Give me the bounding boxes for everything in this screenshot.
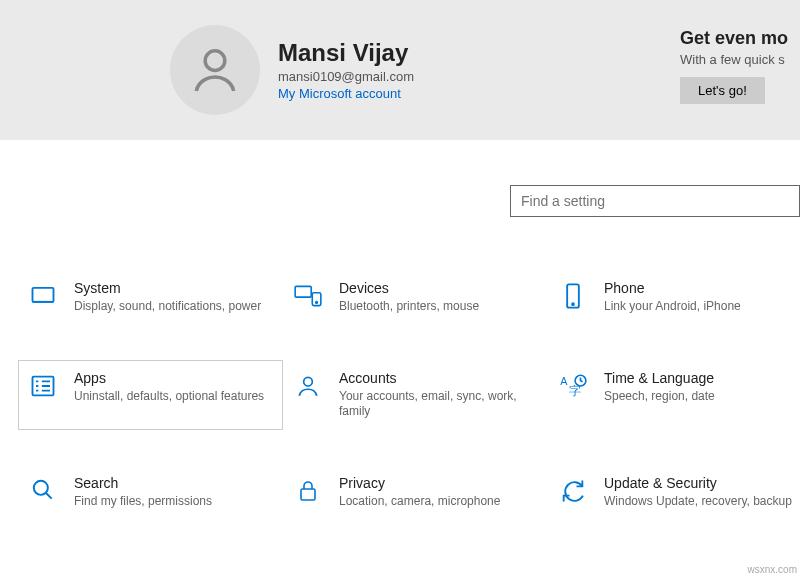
promo-area: Get even mo With a few quick s Let's go! (680, 28, 800, 104)
svg-text:A: A (560, 375, 568, 387)
tile-search[interactable]: Search Find my files, permissions (18, 465, 283, 520)
tile-title: Search (74, 475, 212, 491)
system-icon (26, 280, 60, 310)
tile-title: Accounts (339, 370, 530, 386)
avatar (170, 25, 260, 115)
tile-desc: Your accounts, email, sync, work, family (339, 389, 530, 420)
profile-name: Mansi Vijay (278, 39, 414, 67)
tile-apps[interactable]: Apps Uninstall, defaults, optional featu… (18, 360, 283, 430)
tile-desc: Windows Update, recovery, backup (604, 494, 792, 510)
tile-desc: Uninstall, defaults, optional features (74, 389, 264, 405)
phone-icon (556, 280, 590, 310)
search-input[interactable] (510, 185, 800, 217)
apps-icon (26, 370, 60, 400)
tile-devices[interactable]: Devices Bluetooth, printers, mouse (283, 270, 548, 325)
svg-point-12 (34, 481, 48, 495)
tile-title: System (74, 280, 261, 296)
tile-desc: Location, camera, microphone (339, 494, 500, 510)
promo-title: Get even mo (680, 28, 800, 49)
tile-phone[interactable]: Phone Link your Android, iPhone (548, 270, 800, 325)
watermark: wsxnx.com (748, 564, 797, 575)
search-wrap (510, 185, 800, 217)
time-language-icon: A字 (556, 370, 590, 400)
tile-title: Time & Language (604, 370, 715, 386)
person-icon (187, 42, 243, 98)
tile-time-language[interactable]: A字 Time & Language Speech, region, date (548, 360, 800, 430)
tile-title: Update & Security (604, 475, 792, 491)
tile-desc: Display, sound, notifications, power (74, 299, 261, 315)
promo-subtitle: With a few quick s (680, 52, 800, 67)
tile-privacy[interactable]: Privacy Location, camera, microphone (283, 465, 548, 520)
devices-icon (291, 280, 325, 310)
tile-accounts[interactable]: Accounts Your accounts, email, sync, wor… (283, 360, 548, 430)
tile-desc: Bluetooth, printers, mouse (339, 299, 479, 315)
svg-rect-2 (295, 286, 311, 297)
tile-title: Apps (74, 370, 264, 386)
tile-desc: Link your Android, iPhone (604, 299, 741, 315)
tile-title: Phone (604, 280, 741, 296)
profile-info: Mansi Vijay mansi0109@gmail.com My Micro… (278, 39, 414, 101)
lets-go-button[interactable]: Let's go! (680, 77, 765, 104)
svg-point-0 (205, 51, 225, 71)
svg-rect-13 (301, 489, 315, 500)
svg-point-8 (304, 377, 313, 386)
tile-system[interactable]: System Display, sound, notifications, po… (18, 270, 283, 325)
svg-point-4 (316, 302, 318, 304)
search-icon (26, 475, 60, 503)
profile-email: mansi0109@gmail.com (278, 69, 414, 84)
tile-title: Devices (339, 280, 479, 296)
update-security-icon (556, 475, 590, 505)
svg-point-6 (572, 303, 574, 305)
accounts-icon (291, 370, 325, 400)
tile-desc: Find my files, permissions (74, 494, 212, 510)
tile-desc: Speech, region, date (604, 389, 715, 405)
tile-title: Privacy (339, 475, 500, 491)
tile-update-security[interactable]: Update & Security Windows Update, recove… (548, 465, 800, 520)
privacy-icon (291, 475, 325, 505)
svg-rect-1 (33, 288, 54, 302)
settings-grid: System Display, sound, notifications, po… (18, 270, 800, 519)
microsoft-account-link[interactable]: My Microsoft account (278, 86, 414, 101)
